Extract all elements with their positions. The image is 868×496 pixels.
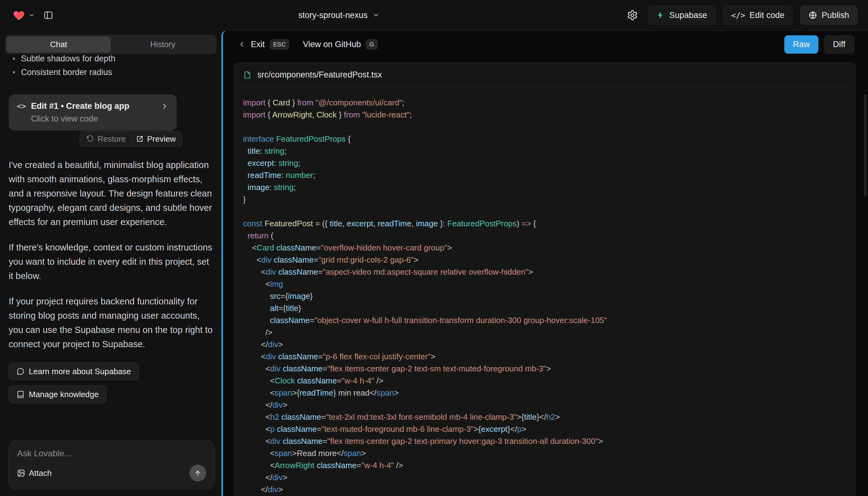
code-line: import { Card } from "@/components/ui/ca… bbox=[243, 97, 847, 109]
code-line bbox=[243, 205, 847, 218]
panel-left-icon bbox=[43, 10, 53, 20]
exit-button[interactable]: Exit ESC bbox=[238, 40, 289, 50]
view-on-github-button[interactable]: View on GitHub G bbox=[303, 40, 377, 50]
preview-label: Preview bbox=[147, 134, 176, 144]
esc-badge: ESC bbox=[270, 40, 289, 50]
code-line: <div className="flex items-center gap-2 … bbox=[243, 435, 847, 447]
manage-knowledge-button[interactable]: Manage knowledge bbox=[9, 385, 107, 403]
chevron-down-icon bbox=[29, 12, 35, 18]
chevron-right-icon bbox=[160, 102, 169, 110]
sidebar-toggle-button[interactable] bbox=[40, 7, 57, 23]
code-line: <img bbox=[243, 278, 847, 290]
tab-history[interactable]: History bbox=[111, 36, 215, 53]
raw-tab-button[interactable]: Raw bbox=[784, 35, 818, 53]
chat-messages[interactable]: •Subtle shadows for depth•Consistent bor… bbox=[0, 54, 221, 435]
code-line: readTime: number; bbox=[243, 169, 847, 181]
edit-code-button[interactable]: </> Edit code bbox=[723, 5, 793, 25]
file-header: src/components/FeaturedPost.tsx bbox=[234, 63, 855, 88]
chevron-left-icon bbox=[238, 40, 246, 48]
publish-label: Publish bbox=[822, 11, 849, 20]
code-line: <div className="aspect-video md:aspect-s… bbox=[243, 266, 847, 278]
code-line: <ArrowRight className="w-4 h-4" /> bbox=[243, 460, 847, 471]
code-card: src/components/FeaturedPost.tsx import {… bbox=[234, 62, 856, 496]
edit-version-card[interactable]: <> Edit #1 • Create blog app Click to vi… bbox=[9, 95, 177, 130]
code-line: import { ArrowRight, Clock } from "lucid… bbox=[243, 109, 847, 121]
book-icon bbox=[16, 390, 25, 398]
code-line: <h2 className="text-2xl md:text-3xl font… bbox=[243, 411, 847, 423]
code-view-header: Exit ESC View on GitHub G Raw Diff bbox=[223, 31, 868, 58]
external-link-icon bbox=[136, 135, 143, 143]
composer-input[interactable]: Ask Lovable... bbox=[17, 449, 206, 459]
workspace-menu-button[interactable] bbox=[11, 7, 36, 23]
topbar-left bbox=[11, 7, 57, 23]
bullet-item: •Subtle shadows for depth bbox=[12, 54, 213, 65]
publish-button[interactable]: Publish bbox=[800, 5, 857, 25]
code-line: <div className="p-6 flex flex-col justif… bbox=[243, 351, 847, 363]
github-label: View on GitHub bbox=[303, 40, 361, 49]
code-line: <span>{readTime} min read</span> bbox=[243, 387, 847, 399]
settings-button[interactable] bbox=[624, 7, 640, 23]
chat-sidebar: Chat History •Subtle shadows for depth•C… bbox=[0, 30, 221, 496]
code-line: interface FeaturedPostProps { bbox=[243, 133, 847, 145]
code-line: </div> bbox=[243, 339, 847, 351]
chat-paragraph: If there's knowledge, context or custom … bbox=[9, 240, 213, 283]
edit-code-label: Edit code bbox=[749, 11, 785, 20]
bullet-text: Subtle shadows for depth bbox=[21, 54, 115, 65]
code-line: <div className="flex items-center gap-2 … bbox=[243, 363, 847, 375]
composer[interactable]: Ask Lovable... Attach bbox=[8, 440, 215, 490]
code-line: image: string; bbox=[243, 181, 847, 193]
code-line: <span>Read more</span> bbox=[243, 447, 847, 460]
chat-paragraph: I've created a beautiful, minimalist blo… bbox=[9, 158, 213, 229]
edit-card-row: <> Edit #1 • Create blog app bbox=[17, 102, 169, 111]
code-line: <div className="grid md:grid-cols-2 gap-… bbox=[243, 254, 847, 266]
bullet-item: •Consistent border radius bbox=[12, 65, 213, 79]
code-brackets-icon: <> bbox=[17, 102, 26, 111]
composer-toolbar: Attach bbox=[17, 465, 206, 481]
code-line: className="object-cover w-full h-full tr… bbox=[243, 314, 847, 326]
code-line: /> bbox=[243, 326, 847, 339]
chat-bubble-icon bbox=[16, 367, 25, 375]
code-line: <p className="text-muted-foreground mb-6… bbox=[243, 423, 847, 435]
code-view-header-right: Raw Diff bbox=[784, 35, 854, 53]
scrollbar-thumb[interactable] bbox=[864, 94, 866, 197]
code-view-header-left: Exit ESC View on GitHub G bbox=[238, 40, 377, 50]
exit-label: Exit bbox=[251, 40, 265, 49]
edit-version-card-wrap: <> Edit #1 • Create blog app Click to vi… bbox=[9, 95, 177, 130]
tab-chat[interactable]: Chat bbox=[6, 36, 111, 53]
manage-knowledge-label: Manage knowledge bbox=[29, 390, 99, 399]
attach-button[interactable]: Attach bbox=[17, 468, 52, 478]
chat-paragraphs: I've created a beautiful, minimalist blo… bbox=[9, 158, 213, 351]
preview-button[interactable]: Preview bbox=[131, 131, 181, 146]
project-name-menu[interactable]: story-sprout-nexus bbox=[298, 11, 379, 20]
supabase-button[interactable]: Supabase bbox=[648, 5, 715, 25]
project-name: story-sprout-nexus bbox=[298, 11, 368, 20]
lovable-heart-logo bbox=[12, 9, 26, 22]
topbar-right: Supabase </> Edit code Publish bbox=[624, 5, 857, 25]
gear-icon bbox=[627, 10, 638, 21]
code-line: <Card className="overflow-hidden hover-c… bbox=[243, 242, 847, 254]
code-brackets-icon: </> bbox=[731, 11, 745, 20]
version-actions: Restore Preview bbox=[80, 131, 182, 146]
code-line: return ( bbox=[243, 230, 847, 242]
diff-tab-button[interactable]: Diff bbox=[824, 35, 854, 53]
arrow-up-icon bbox=[194, 469, 202, 477]
learn-more-supabase-button[interactable]: Learn more about Supabase bbox=[9, 362, 139, 381]
bullet-text: Consistent border radius bbox=[21, 65, 112, 79]
code-line: const FeaturedPost = ({ title, excerpt, … bbox=[243, 218, 847, 230]
learn-more-label: Learn more about Supabase bbox=[29, 367, 131, 376]
chat-paragraph: If your project requires backend functio… bbox=[9, 294, 213, 351]
supabase-label: Supabase bbox=[669, 11, 707, 20]
restore-button[interactable]: Restore bbox=[81, 131, 130, 146]
edit-card-title: Edit #1 • Create blog app bbox=[31, 102, 156, 111]
attach-label: Attach bbox=[29, 468, 52, 478]
edit-card-subtitle: Click to view code bbox=[31, 114, 169, 124]
code-line: } bbox=[243, 193, 847, 205]
code-line: </div> bbox=[243, 484, 847, 496]
code-line: excerpt: string; bbox=[243, 157, 847, 169]
code-lines[interactable]: import { Card } from "@/components/ui/ca… bbox=[234, 88, 855, 496]
code-line: </div> bbox=[243, 471, 847, 484]
filename: src/components/FeaturedPost.tsx bbox=[257, 70, 382, 80]
code-line: </div> bbox=[243, 399, 847, 411]
rotate-ccw-icon bbox=[86, 135, 94, 143]
send-button[interactable] bbox=[189, 465, 206, 481]
